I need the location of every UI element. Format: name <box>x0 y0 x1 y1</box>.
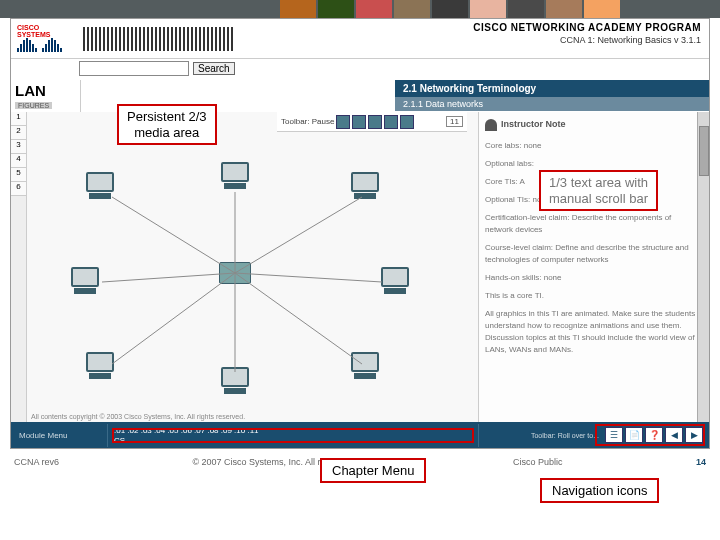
media-panel: Persistent 2/3 media area Toolbar: Pause… <box>27 112 479 422</box>
scrollbar-thumb[interactable] <box>699 126 709 176</box>
figure-item[interactable]: 5 <box>11 168 26 182</box>
text-line: Certification-level claim: Describe the … <box>485 212 701 236</box>
program-subtitle: CCNA 1: Networking Basics v 3.1.1 <box>473 35 701 45</box>
nav-glossary-icon[interactable]: 📄 <box>625 427 643 443</box>
callout-text-area: 1/3 text area with manual scroll bar <box>539 170 658 211</box>
nav-index-icon[interactable]: ☰ <box>605 427 623 443</box>
module-menu-label[interactable]: Module Menu <box>11 431 107 440</box>
figure-item[interactable]: 3 <box>11 140 26 154</box>
svg-line-5 <box>112 273 235 364</box>
page-number: 14 <box>696 457 706 467</box>
svg-line-0 <box>112 197 235 273</box>
text-panel: Instructor Note Core labs: none Optional… <box>479 112 709 422</box>
print-icon[interactable] <box>368 115 382 129</box>
svg-line-2 <box>235 197 362 273</box>
module-numbers[interactable]: .01 .02 .03 .04 .05 .06 .07 .08 .09 .10 … <box>114 426 472 435</box>
text-line: Optional labs: <box>485 158 701 170</box>
person-icon <box>485 119 497 131</box>
scrollbar[interactable] <box>697 112 709 422</box>
zoom-in-icon[interactable] <box>400 115 414 129</box>
breadcrumb-page: 2.1.1 Data networks <box>395 97 709 111</box>
figure-item[interactable]: 4 <box>11 154 26 168</box>
zoom-out-icon[interactable] <box>384 115 398 129</box>
network-diagram <box>27 132 478 407</box>
svg-line-7 <box>235 273 362 364</box>
text-line: All graphics in this TI are animated. Ma… <box>485 308 701 356</box>
callout-media: Persistent 2/3 media area <box>117 104 217 145</box>
search-button[interactable]: Search <box>193 62 235 75</box>
play-icon[interactable] <box>336 115 350 129</box>
figure-item[interactable]: 6 <box>11 182 26 196</box>
figure-item[interactable]: 1 <box>11 112 26 126</box>
module-bar: Module Menu .01 .02 .03 .04 .05 .06 .07 … <box>11 422 709 448</box>
text-line: This is a core TI. <box>485 290 701 302</box>
text-line: Hands-on skills: none <box>485 272 701 284</box>
footer-left: CCNA rev6 <box>14 457 59 467</box>
module-course: CS <box>114 436 472 445</box>
instructor-note-heading: Instructor Note <box>501 118 566 132</box>
figure-list: 1 2 3 4 5 6 <box>11 112 27 422</box>
cisco-logo: CISCO SYSTEMS <box>17 24 73 54</box>
media-copyright: All contents copyright © 2003 Cisco Syst… <box>31 413 245 420</box>
footer-label: Cisco Public <box>513 457 563 467</box>
sound-icon[interactable] <box>352 115 366 129</box>
text-line: Course-level claim: Define and describe … <box>485 242 701 266</box>
toolbar-label: Toolbar: Pause <box>281 117 334 126</box>
header: CISCO SYSTEMS CISCO NETWORKING ACADEMY P… <box>11 19 709 59</box>
text-line: Core labs: none <box>485 140 701 152</box>
nav-prev-icon[interactable]: ◀ <box>665 427 683 443</box>
nav-next-icon[interactable]: ▶ <box>685 427 703 443</box>
callout-nav-icons: Navigation icons <box>540 478 659 503</box>
callout-chapter-menu: Chapter Menu <box>320 458 426 483</box>
module-toolbar-label: Toolbar: Roll over to... <box>531 432 599 439</box>
figures-label: FIGURES <box>15 102 52 109</box>
figure-item[interactable]: 2 <box>11 126 26 140</box>
program-title: CISCO NETWORKING ACADEMY PROGRAM <box>473 22 701 33</box>
header-stripes <box>83 27 233 51</box>
search-input[interactable] <box>79 61 189 76</box>
lan-label: LAN <box>15 82 76 99</box>
nav-help-icon[interactable]: ❓ <box>645 427 663 443</box>
app-window: CISCO SYSTEMS CISCO NETWORKING ACADEMY P… <box>10 18 710 449</box>
breadcrumb-section: 2.1 Networking Terminology <box>395 80 709 97</box>
toolbar-number: 11 <box>446 116 463 127</box>
svg-line-4 <box>235 273 382 282</box>
svg-line-3 <box>102 273 235 282</box>
wires <box>27 132 478 407</box>
